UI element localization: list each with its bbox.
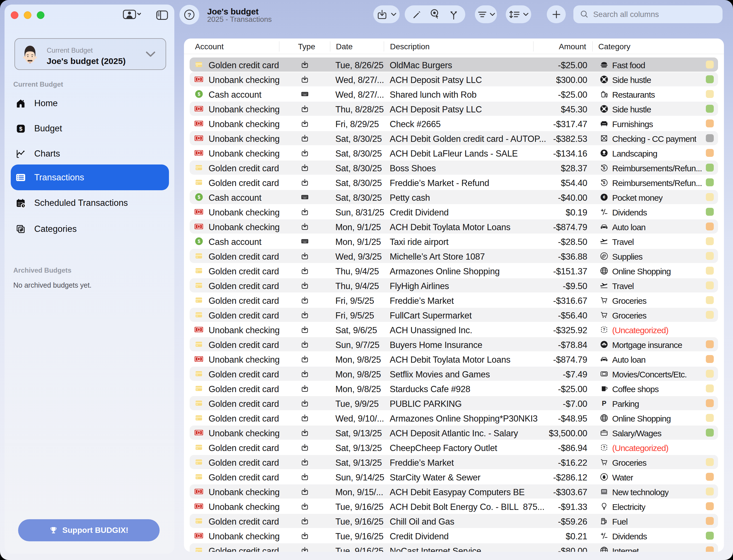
svg-text:$: $ [198,91,200,97]
svg-text:$: $ [603,165,605,170]
svg-text:$: $ [198,239,200,244]
svg-text:$: $ [603,180,605,185]
svg-text:?: ? [603,327,605,332]
svg-text:?: ? [603,445,605,450]
svg-text:P: P [602,399,606,407]
svg-text:?: ? [188,12,191,18]
svg-text:$: $ [198,194,200,200]
svg-text:¢: ¢ [603,195,605,200]
svg-text:$: $ [19,125,22,132]
